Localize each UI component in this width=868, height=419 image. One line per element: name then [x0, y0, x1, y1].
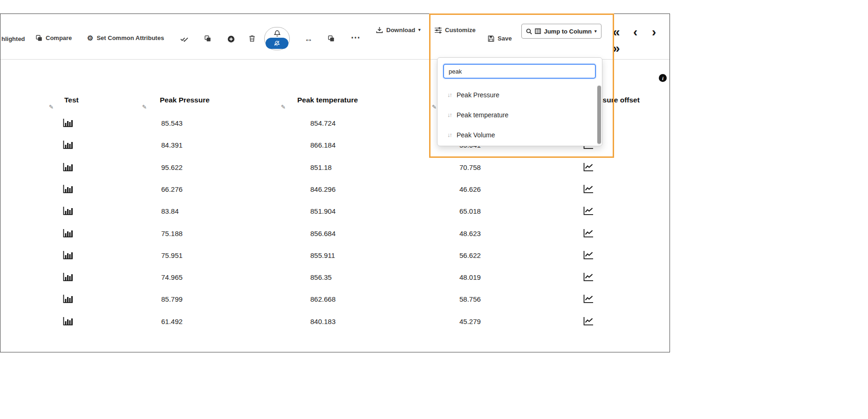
cell-col4: 58.756 [459, 293, 481, 305]
bar-chart-icon[interactable] [63, 185, 73, 195]
dropdown-option-label: Peak Volume [457, 131, 495, 139]
edit-column-icon[interactable]: ✎ [432, 104, 437, 110]
download-icon [376, 27, 383, 34]
bar-chart-icon[interactable] [63, 207, 73, 217]
cell-col4: 56.622 [459, 250, 481, 262]
edit-column-icon[interactable]: ✎ [142, 104, 147, 110]
ellipsis-icon: ⋯ [351, 33, 360, 42]
cell-peak-pressure: 74.965 [161, 271, 183, 284]
dropdown-option-label: Peak temperature [457, 111, 508, 119]
table-row: 85.799862.66858.756 [0, 293, 670, 305]
resize-columns-button[interactable]: ↔ [304, 34, 313, 43]
sort-arrows-icon: ↓↑ [447, 111, 451, 118]
cell-peak-pressure: 83.84 [161, 205, 179, 217]
columns-icon [535, 28, 541, 34]
cell-col4: 65.018 [459, 205, 481, 217]
cell-peak-temperature: 855.911 [310, 250, 335, 262]
highlighted-button[interactable]: hlighted [1, 35, 25, 42]
line-chart-icon[interactable] [583, 295, 594, 305]
bar-chart-icon[interactable] [63, 273, 73, 283]
cell-peak-temperature: 856.35 [310, 271, 332, 284]
bar-chart-icon[interactable] [63, 141, 73, 151]
set-common-attributes-button[interactable]: ⚙ Set Common Attributes [87, 34, 164, 41]
line-chart-icon[interactable] [583, 273, 594, 283]
line-chart-icon[interactable] [583, 229, 594, 239]
download-label: Download [386, 27, 415, 34]
gear-icon: ⚙ [87, 34, 93, 41]
compare-button[interactable]: Compare [36, 34, 72, 41]
copy-icon [205, 35, 211, 42]
cell-peak-pressure: 84.391 [161, 139, 183, 151]
cell-col4: 48.019 [459, 271, 481, 284]
bell-slash-icon [266, 38, 288, 49]
dropdown-option[interactable]: ↓↑Peak Volume [437, 125, 602, 145]
table-row: 75.951855.91156.622 [0, 250, 670, 262]
bell-icon [265, 30, 289, 37]
info-icon[interactable]: i [659, 74, 667, 82]
dropdown-option[interactable]: ↓↑Peak temperature [437, 105, 602, 125]
edit-column-icon[interactable]: ✎ [281, 104, 286, 110]
duplicate-button[interactable] [205, 35, 211, 42]
search-icon [526, 28, 532, 34]
jump-to-column-button[interactable]: Jump to Column ▾ [521, 24, 601, 39]
save-label: Save [498, 35, 512, 42]
sort-arrows-icon: ↓↑ [447, 91, 451, 98]
save-icon [488, 35, 494, 42]
cell-peak-temperature: 846.296 [310, 183, 335, 196]
bar-chart-icon[interactable] [63, 119, 73, 129]
bar-chart-icon[interactable] [63, 317, 73, 327]
column-header-test: Test [64, 96, 79, 104]
chevron-down-icon: ▾ [418, 28, 421, 32]
line-chart-icon[interactable] [583, 251, 594, 261]
trash-icon [249, 35, 255, 42]
line-chart-icon[interactable] [583, 163, 594, 173]
add-button[interactable] [227, 35, 235, 43]
copy-icon [328, 35, 335, 42]
dropdown-option[interactable]: ↓↑Peak Pressure [437, 85, 602, 105]
jump-to-column-label: Jump to Column [544, 28, 592, 35]
next-page-chevron-icon[interactable]: › [652, 26, 656, 39]
cell-peak-temperature: 851.904 [310, 205, 335, 217]
select-all-button[interactable] [180, 36, 188, 42]
cell-peak-temperature: 866.184 [310, 139, 335, 151]
cell-peak-temperature: 851.18 [310, 162, 332, 174]
column-search-input[interactable] [443, 64, 596, 79]
cell-peak-pressure: 75.951 [161, 250, 183, 262]
table-row: 61.492840.18345.279 [0, 316, 670, 328]
cell-peak-pressure: 95.622 [161, 162, 183, 174]
jump-to-column-dropdown: ↓↑Peak Pressure↓↑Peak temperature↓↑Peak … [437, 57, 602, 146]
bar-chart-icon[interactable] [63, 295, 73, 305]
customize-button[interactable]: Customize [435, 27, 476, 34]
delete-button[interactable] [249, 35, 255, 42]
table-row: 75.188856.68448.623 [0, 228, 670, 240]
download-button[interactable]: Download ▾ [376, 27, 421, 34]
line-chart-icon[interactable] [583, 207, 594, 217]
save-button[interactable]: Save [488, 35, 512, 42]
last-page-chevrons-icon[interactable]: » [613, 42, 620, 55]
cell-peak-temperature: 856.684 [310, 228, 335, 240]
first-page-chevrons-icon[interactable]: « [613, 26, 620, 39]
edit-column-icon[interactable]: ✎ [49, 104, 54, 110]
previous-page-chevron-icon[interactable]: ‹ [633, 26, 637, 39]
highlighted-label: hlighted [1, 35, 25, 42]
dropdown-scrollbar-thumb[interactable] [597, 86, 601, 144]
cell-peak-temperature: 862.668 [310, 293, 335, 305]
bar-chart-icon[interactable] [63, 229, 73, 239]
bar-chart-icon[interactable] [63, 251, 73, 261]
line-chart-icon[interactable] [583, 185, 594, 195]
cell-col4: 48.623 [459, 228, 481, 240]
cell-col4: 46.626 [459, 183, 481, 196]
dropdown-options: ↓↑Peak Pressure↓↑Peak temperature↓↑Peak … [437, 85, 602, 145]
sliders-icon [435, 27, 442, 34]
table-row: 66.276846.29646.626 [0, 183, 670, 196]
notifications-toggle[interactable] [264, 27, 290, 50]
table-row: 95.622851.1870.758 [0, 162, 670, 174]
copy-rows-button[interactable] [328, 35, 335, 42]
arrows-horizontal-icon: ↔ [304, 34, 313, 43]
more-actions-button[interactable]: ⋯ [351, 33, 360, 42]
cell-peak-pressure: 85.799 [161, 293, 183, 305]
check-double-icon [180, 36, 188, 42]
bar-chart-icon[interactable] [63, 163, 73, 173]
line-chart-icon[interactable] [583, 317, 594, 327]
customize-label: Customize [445, 27, 476, 34]
